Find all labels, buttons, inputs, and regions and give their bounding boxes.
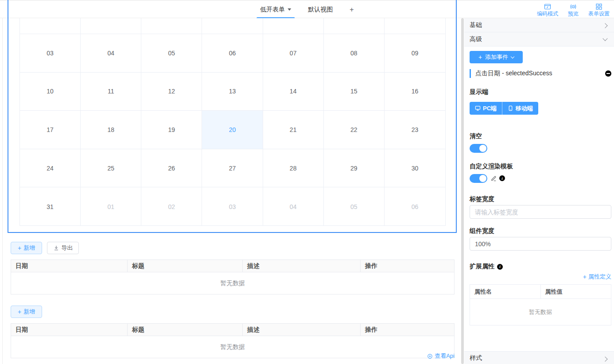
preview-label: 预览	[568, 11, 579, 17]
calendar-cell[interactable]	[263, 18, 324, 34]
attr-define-link[interactable]: + 属性定义	[583, 273, 611, 281]
monitor-icon	[475, 105, 481, 111]
calendar-cell[interactable]	[141, 18, 202, 34]
calendar-cell[interactable]: 26	[141, 149, 202, 188]
top-bar: 低开表单 默认视图 + 编码模式 预览	[0, 0, 614, 18]
column-header-action: 操作	[361, 260, 455, 272]
component-width-input[interactable]	[470, 237, 611, 251]
column-header-desc: 描述	[243, 324, 361, 336]
preview-button[interactable]: 预览	[568, 2, 579, 17]
mobile-side-button[interactable]: 移动端	[502, 102, 538, 115]
calendar-cell[interactable]: 15	[324, 73, 385, 111]
add-row-label: 新增	[23, 244, 35, 252]
calendar-cell[interactable]: 05	[324, 187, 385, 226]
tab-default-view[interactable]: 默认视图	[302, 0, 339, 19]
calendar-cell[interactable]: 20	[202, 111, 263, 149]
calendar-cell[interactable]: 07	[263, 34, 324, 73]
export-label: 导出	[62, 244, 73, 252]
calendar-cell[interactable]: 23	[385, 111, 445, 149]
calendar-cell[interactable]	[385, 18, 445, 34]
panel-scrollbar[interactable]	[461, 18, 464, 364]
eye-icon	[427, 353, 433, 359]
calendar-cell[interactable]: 25	[81, 149, 141, 188]
calendar-cell[interactable]: 06	[202, 34, 263, 73]
calendar-cell[interactable]	[81, 18, 141, 34]
calendar-cell[interactable]: 04	[81, 34, 141, 73]
edit-pencil-icon[interactable]	[490, 174, 497, 182]
calendar-cell[interactable]: 13	[202, 73, 263, 111]
add-row-label: 新增	[23, 308, 35, 316]
info-icon[interactable]: i	[497, 264, 503, 270]
form-settings-button[interactable]: 表单设置	[588, 2, 610, 17]
add-event-button[interactable]: + 添加事件	[470, 51, 523, 63]
calendar-cell[interactable]: 27	[202, 149, 263, 188]
calendar-cell[interactable]: 28	[263, 149, 324, 188]
section-header-advanced[interactable]: 高级	[464, 32, 614, 46]
column-header-title: 标题	[128, 324, 243, 336]
attr-name-header: 属性名	[470, 285, 541, 298]
label-width-label: 标签宽度	[470, 195, 494, 203]
add-view-label: +	[350, 6, 354, 14]
calendar-cell[interactable]: 08	[324, 34, 385, 73]
phone-icon	[508, 105, 513, 111]
calendar-cell[interactable]	[20, 18, 81, 34]
chevron-right-icon	[602, 23, 607, 28]
label-width-input[interactable]	[470, 205, 611, 219]
section-header-style[interactable]: 样式	[464, 351, 614, 364]
calendar-cell[interactable]: 19	[141, 111, 202, 149]
table-header-row: 日期 标题 描述 操作	[11, 260, 454, 272]
component-width-label: 组件宽度	[470, 227, 494, 235]
add-row-button-2[interactable]: + 新增	[11, 306, 42, 318]
calendar-cell[interactable]: 29	[324, 149, 385, 188]
section-advanced-label: 高级	[470, 35, 482, 43]
export-button[interactable]: 导出	[47, 242, 79, 254]
calendar-cell[interactable]: 21	[263, 111, 324, 149]
calendar-cell[interactable]: 18	[81, 111, 141, 149]
view-api-link[interactable]: 查看Api	[427, 352, 455, 360]
calendar-cell[interactable]: 04	[263, 187, 324, 226]
calendar-cell[interactable]: 12	[141, 73, 202, 111]
ext-attrs-label: 扩展属性	[470, 263, 494, 271]
code-mode-icon	[544, 3, 551, 10]
calendar-cell[interactable]: 03	[20, 34, 81, 73]
calendar-cell[interactable]: 14	[263, 73, 324, 111]
add-row-button-1[interactable]: + 新增	[11, 242, 42, 254]
calendar-cell[interactable]: 03	[202, 187, 263, 226]
column-header-action: 操作	[361, 324, 455, 336]
calendar-cell[interactable]: 31	[20, 187, 81, 226]
chevron-down-icon	[288, 8, 291, 11]
calendar-cell[interactable]: 01	[81, 187, 141, 226]
custom-template-toggle[interactable]	[470, 174, 487, 183]
section-header-basic[interactable]: 基础	[464, 18, 614, 32]
code-mode-button[interactable]: 编码模式	[537, 2, 558, 17]
calendar-cell[interactable]: 22	[324, 111, 385, 149]
clear-toggle[interactable]	[470, 144, 487, 153]
calendar-cell[interactable]: 09	[385, 34, 445, 73]
tab-form[interactable]: 低开表单	[254, 0, 297, 19]
calendar-cell[interactable]: 10	[20, 73, 81, 111]
chevron-right-icon	[602, 356, 607, 361]
remove-event-icon[interactable]	[605, 70, 611, 77]
info-icon[interactable]: i	[499, 175, 505, 181]
ext-attrs-table: 属性名 属性值 暂无数据	[470, 284, 611, 325]
calendar-cell[interactable]: 02	[141, 187, 202, 226]
plus-icon: +	[583, 274, 587, 280]
calendar-cell[interactable]	[202, 18, 263, 34]
calendar-cell[interactable]: 05	[141, 34, 202, 73]
calendar-cell[interactable]: 17	[20, 111, 81, 149]
calendar-cell[interactable]: 24	[20, 149, 81, 188]
event-item-accent-bar	[470, 69, 471, 78]
calendar-cell[interactable]: 16	[385, 73, 445, 111]
event-item-label: 点击日期 - selectedSuccess	[475, 70, 605, 77]
chevron-down-icon	[602, 36, 607, 41]
plus-icon: +	[18, 245, 21, 251]
calendar-cell[interactable]: 11	[81, 73, 141, 111]
calendar-cell[interactable]: 06	[385, 187, 445, 226]
tab-form-label: 低开表单	[260, 6, 285, 14]
properties-panel: 基础 高级 + 添加事件 点击日期 - selectedSuccess 显示端 …	[464, 18, 614, 364]
add-view-button[interactable]: +	[343, 0, 360, 19]
download-icon	[53, 245, 59, 251]
pc-side-button[interactable]: PC端	[470, 102, 502, 115]
calendar-cell[interactable]: 30	[385, 149, 445, 188]
calendar-cell[interactable]	[324, 18, 385, 34]
